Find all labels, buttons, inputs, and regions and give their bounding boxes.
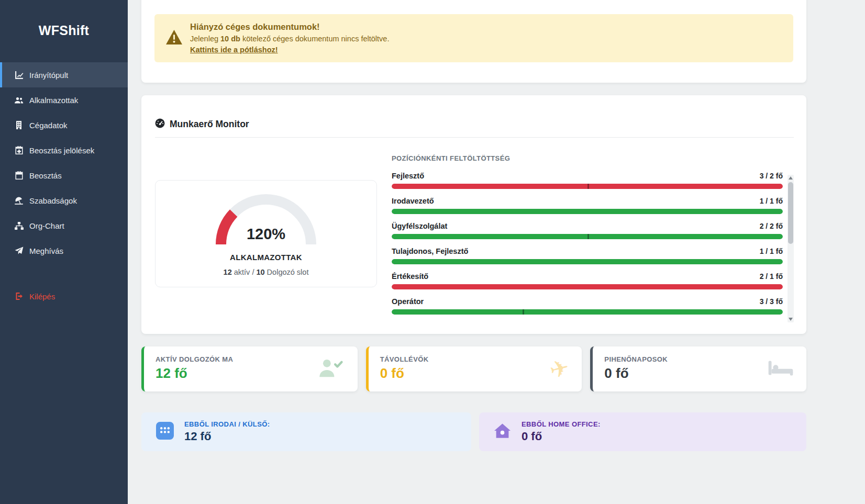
positions-header: POZÍCIÓNKÉNTI FELTÖLTÖTTSÉG — [392, 154, 783, 162]
position-label: Ügyfélszolgálat — [392, 222, 447, 230]
position-value: 3 / 2 fő — [760, 172, 783, 180]
header-divider — [155, 137, 794, 138]
sidebar-item-label: Alkalmazottak — [29, 96, 78, 105]
user-check-icon — [318, 357, 345, 380]
sidebar-item-label: Szabadságok — [29, 196, 77, 205]
sidebar-item-beosztas[interactable]: Beosztás — [0, 163, 128, 188]
alert-message: Jelenleg 10 db kötelező céges dokumentum… — [190, 35, 389, 43]
position-row-ertekesito: Értékesítő2 / 1 fő — [392, 272, 783, 289]
sidebar-item-alkalmazottak[interactable]: Alkalmazottak — [0, 87, 128, 113]
alert-message-suffix: kötelező céges dokumentum nincs feltöltv… — [240, 35, 390, 43]
position-bar-tick — [392, 209, 393, 214]
sitemap-icon — [14, 222, 24, 230]
stat-value: 0 fő — [380, 365, 571, 382]
scroll-up-arrow-icon[interactable] — [789, 176, 793, 180]
tachometer-icon — [155, 118, 165, 130]
sidebar-nav: Irányítópult Alkalmazottak Cégadatok Beo… — [0, 62, 128, 263]
position-row-operator: Operátor3 / 3 fő — [392, 297, 783, 315]
stat-label: TÁVOLLÉVŐK — [380, 355, 571, 363]
stat-card-rest-day: PIHENŐNAPOSOK 0 fő — [590, 346, 806, 391]
gauge-slot-word: Dolgozó slot — [265, 268, 309, 276]
sidebar-item-org-chart[interactable]: Org-Chart — [0, 213, 128, 238]
position-bar-tick — [587, 184, 589, 189]
position-bar-fill — [392, 309, 783, 315]
warning-alert: Hiányzó céges dokumentumok! Jelenleg 10 … — [154, 14, 793, 62]
stat-label: PIHENŐNAPOSOK — [604, 355, 795, 363]
breakdown-text: EBBŐL HOME OFFICE: 0 fő — [522, 420, 601, 443]
breakdown-text: EBBŐL IRODAI / KÜLSŐ: 12 fő — [184, 420, 270, 443]
paper-plane-icon — [14, 247, 24, 255]
breakdown-card-office: EBBŐL IRODAI / KÜLSŐ: 12 fő — [141, 412, 471, 451]
position-bar — [392, 284, 783, 289]
calendar-icon — [14, 171, 24, 180]
sign-out-icon — [14, 292, 24, 300]
stat-card-absent: TÁVOLLÉVŐK 0 fő ✈ — [366, 346, 582, 391]
sidebar-item-label: Meghívás — [29, 247, 63, 255]
sidebar-item-meghivas[interactable]: Meghívás — [0, 238, 128, 263]
position-label: Fejlesztő — [392, 172, 424, 180]
breakdown-row: EBBŐL IRODAI / KÜLSŐ: 12 fő EBBŐL HOME O… — [141, 412, 806, 451]
workforce-monitor-card: Munkaerő Monitor 120% ALKALMAZOTTAK 12 a… — [141, 95, 806, 334]
main-content: Hiányzó céges dokumentumok! Jelenleg 10 … — [128, 0, 865, 504]
breakdown-value: 12 fő — [184, 430, 270, 443]
sidebar-item-label: Beosztás — [29, 171, 62, 180]
position-bar-tick — [392, 284, 393, 289]
gauge-slot-count: 10 — [256, 268, 264, 276]
position-bar — [392, 259, 783, 264]
sidebar-item-label: Beosztás jelölések — [29, 146, 94, 155]
position-value: 1 / 1 fő — [760, 247, 783, 255]
position-bar-tick — [587, 234, 589, 239]
gauge-caption: ALKALMAZOTTAK — [156, 253, 376, 262]
position-bar-tick — [392, 259, 393, 264]
employees-gauge-panel: 120% ALKALMAZOTTAK 12 aktív / 10 Dolgozó… — [155, 180, 377, 287]
position-label: Irodavezető — [392, 197, 434, 205]
sidebar-item-beosztas-jelolesek[interactable]: Beosztás jelölések — [0, 138, 128, 163]
position-label: Operátor — [392, 297, 424, 306]
bed-icon — [768, 359, 794, 379]
position-label: Értékesítő — [392, 272, 428, 281]
gauge-active-count: 12 — [224, 268, 232, 276]
position-value: 3 / 3 fő — [760, 297, 783, 306]
monitor-header: Munkaerő Monitor — [155, 118, 249, 130]
alert-title: Hiányzó céges dokumentumok! — [190, 22, 389, 32]
sidebar-item-label: Kilépés — [29, 292, 55, 301]
monitor-title: Munkaerő Monitor — [170, 119, 249, 130]
position-value: 2 / 2 fő — [760, 222, 783, 230]
stat-card-active-workers: AKTÍV DOLGOZÓK MA 12 fő — [141, 346, 358, 391]
app-logo: WFShift — [0, 0, 128, 38]
position-bar-tick — [523, 309, 524, 315]
breakdown-value: 0 fő — [522, 430, 601, 443]
sidebar-item-iranyitopult[interactable]: Irányítópult — [0, 62, 128, 87]
stats-row: AKTÍV DOLGOZÓK MA 12 fő TÁVOLLÉVŐK 0 fő … — [141, 346, 806, 391]
position-bar-fill — [392, 284, 783, 289]
position-row-fejleszto: Fejlesztő3 / 2 fő — [392, 172, 783, 189]
position-row-irodavezeto: Irodavezető1 / 1 fő — [392, 197, 783, 214]
alert-fix-link[interactable]: Kattints ide a pótláshoz! — [190, 46, 278, 54]
scrollbar-thumb[interactable] — [788, 182, 793, 244]
gauge-percent-value: 120% — [156, 226, 376, 243]
position-row-ugyfelszolgalat: Ügyfélszolgálat2 / 2 fő — [392, 222, 783, 239]
position-row-tulajdonos: Tulajdonos, Fejlesztő1 / 1 fő — [392, 247, 783, 264]
sidebar-item-label: Irányítópult — [29, 71, 68, 80]
position-bar — [392, 184, 783, 189]
home-icon — [494, 423, 511, 441]
position-bar-fill — [392, 259, 783, 264]
scroll-down-arrow-icon[interactable] — [789, 318, 793, 321]
position-value: 2 / 1 fő — [760, 272, 783, 281]
breakdown-label: EBBŐL IRODAI / KÜLSŐ: — [184, 420, 270, 428]
warning-triangle-icon — [166, 30, 182, 47]
position-bar — [392, 209, 783, 214]
stat-value: 0 fő — [604, 365, 795, 382]
sidebar-item-label: Org-Chart — [29, 221, 64, 230]
sidebar-item-label: Cégadatok — [29, 121, 68, 130]
position-bar-fill — [392, 209, 783, 214]
sidebar-item-cegadatok[interactable]: Cégadatok — [0, 113, 128, 138]
positions-scrollbar[interactable] — [788, 175, 794, 322]
building-blue-icon — [156, 422, 174, 442]
sidebar-item-szabadsagok[interactable]: Szabadságok — [0, 188, 128, 213]
gauge-subtitle: 12 aktív / 10 Dolgozó slot — [156, 268, 376, 276]
positions-list: POZÍCIÓNKÉNTI FELTÖLTÖTTSÉG Fejlesztő3 /… — [392, 154, 783, 322]
alert-message-count: 10 db — [220, 35, 240, 43]
sidebar-item-logout[interactable]: Kilépés — [0, 284, 128, 309]
position-value: 1 / 1 fő — [760, 197, 783, 205]
